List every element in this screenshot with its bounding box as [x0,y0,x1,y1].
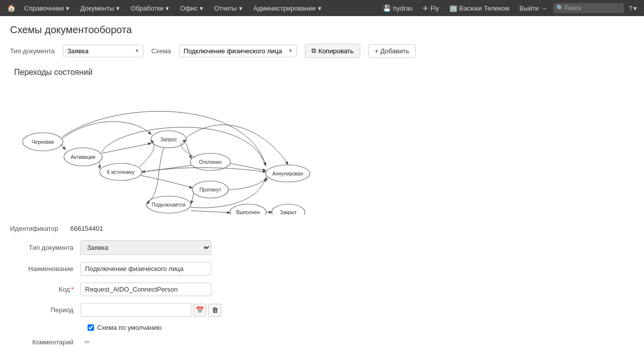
svg-text:К источнику: К источнику [107,169,135,175]
form-comment-label: Комментарий [10,338,80,346]
logout-icon: → [541,5,547,12]
code-input[interactable] [80,283,211,296]
delete-icon: 🗑 [212,306,218,314]
chevron-down-icon: ▾ [166,5,169,12]
chevron-down-icon: ▾ [66,5,69,12]
id-label: Идентификатор [10,225,58,232]
form-row-name: Наименование [10,262,634,276]
chevron-down-icon: ▾ [200,5,203,12]
svg-text:Отклонен: Отклонен [199,159,222,165]
clear-period-button[interactable]: 🗑 [208,304,221,317]
nav-company[interactable]: 🏢 Васюки Телеком [445,3,514,14]
navbar: 🏠 Справочники ▾ Документы ▾ Обработки ▾ … [0,0,644,16]
form-section: Идентификатор 666154401 Тип документа За… [10,225,634,346]
schema-label: Схема [151,47,171,55]
nav-item-обработки[interactable]: Обработки ▾ [126,3,174,14]
form-doc-type-select-wrap: Заявка [80,240,211,255]
diagram-container: Черновик Активация Запрос К источнику От… [10,84,312,215]
search-icon: 🔍 [556,5,564,12]
state-diagram: Черновик Активация Запрос К источнику От… [10,84,312,215]
form-name-label: Наименование [10,265,80,273]
page-content: Схемы документооборота Тип документа Зая… [0,16,644,361]
copy-icon: ⧉ [311,47,316,55]
svg-text:Подключается: Подключается [152,202,186,208]
id-value: 666154401 [70,225,103,232]
svg-text:Протянут: Протянут [199,187,221,193]
period-row: 📅 🗑 [80,303,221,317]
doc-type-label: Тип документа [10,47,55,55]
svg-text:Черновик: Черновик [32,139,54,145]
default-schema-checkbox[interactable] [88,324,94,331]
nav-item-офис[interactable]: Офис ▾ [175,3,208,14]
svg-text:Аннулирован: Аннулирован [272,171,303,176]
nav-item-администрирование[interactable]: Администрирование ▾ [249,3,327,14]
form-period-label: Период [10,306,80,314]
period-input[interactable] [80,303,191,317]
nav-logout[interactable]: Выйти → [515,3,551,14]
form-code-label: Код [10,286,80,293]
nav-user-hydras[interactable]: 💾 hydras [379,3,417,14]
checkbox-row: Схема по умолчанию [10,324,634,331]
fly-icon: ✈ [423,5,428,12]
section-title: Переходы состояний [10,68,634,77]
form-doc-type-label: Тип документа [10,244,80,251]
svg-text:Активация: Активация [71,154,96,160]
calendar-icon: 📅 [196,306,204,314]
form-row-code: Код [10,283,634,296]
doc-type-select-wrap: Заявка [63,45,143,57]
chevron-down-icon: ▾ [633,5,637,12]
schema-select-wrap: Подключение физического лица [179,45,297,57]
database-icon: 💾 [383,5,391,12]
help-button[interactable]: ? ▾ [626,3,640,14]
name-input[interactable] [80,262,211,276]
form-row-comment: Комментарий ✏ [10,338,634,346]
chevron-down-icon: ▾ [239,5,243,12]
chevron-down-icon: ▾ [318,5,321,12]
nav-item-справочники[interactable]: Справочники ▾ [19,3,74,14]
id-row: Идентификатор 666154401 [10,225,634,232]
calendar-button[interactable]: 📅 [193,304,206,317]
company-icon: 🏢 [449,5,457,12]
svg-text:Запрос: Запрос [160,137,177,142]
edit-icon[interactable]: ✏ [85,338,90,346]
form-doc-type-select[interactable]: Заявка [80,240,211,255]
schema-select[interactable]: Подключение физического лица [179,45,297,57]
form-row-period: Период 📅 🗑 [10,303,634,317]
form-row-doc-type: Тип документа Заявка [10,240,634,255]
svg-text:Закрыт: Закрыт [280,210,297,215]
toolbar-row: Тип документа Заявка Схема Подключение ф… [10,44,634,58]
home-button[interactable]: 🏠 [4,1,18,15]
nav-user-fly[interactable]: ✈ Fly [419,3,443,14]
default-schema-label[interactable]: Схема по умолчанию [97,324,162,331]
nav-item-документы[interactable]: Документы ▾ [75,3,125,14]
navbar-right: 💾 hydras ✈ Fly 🏢 Васюки Телеком Выйти → … [379,3,640,14]
doc-type-select[interactable]: Заявка [63,45,143,57]
svg-text:Выполнен: Выполнен [236,210,260,215]
copy-button[interactable]: ⧉ Копировать [305,44,360,58]
page-title: Схемы документооборота [10,24,634,36]
chevron-down-icon: ▾ [116,5,120,12]
add-button[interactable]: + Добавить [368,44,416,58]
search-input[interactable] [553,3,624,13]
nav-item-отчеты[interactable]: Отчеты ▾ [209,3,248,14]
